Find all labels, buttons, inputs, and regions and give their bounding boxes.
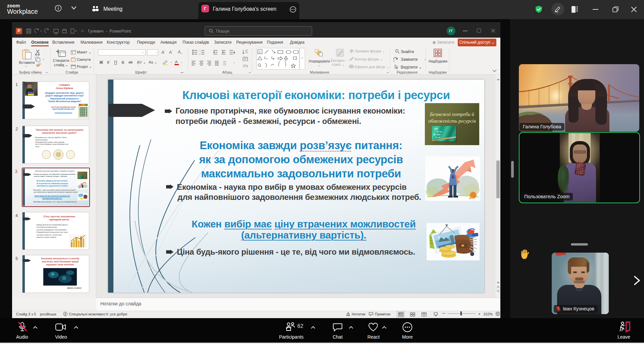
- svg-text:2: 2: [199, 53, 201, 55]
- svg-text:1: 1: [199, 50, 201, 52]
- svg-text:А: А: [259, 50, 261, 54]
- svg-text:c: c: [393, 59, 395, 62]
- svg-text:b: b: [396, 57, 398, 60]
